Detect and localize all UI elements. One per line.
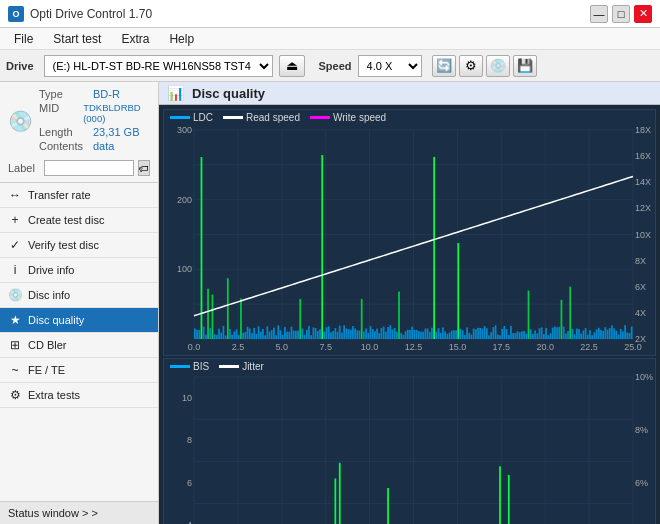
disc-mid-row: MID TDKBLDRBD (000) xyxy=(39,102,151,124)
sidebar-bottom: Status window > > xyxy=(0,501,158,524)
legend-jitter: Jitter xyxy=(219,361,264,372)
label-input[interactable] xyxy=(44,160,134,176)
chart-bis: BIS Jitter xyxy=(163,358,656,524)
title-controls: — □ ✕ xyxy=(590,5,652,23)
minimize-button[interactable]: — xyxy=(590,5,608,23)
menu-file[interactable]: File xyxy=(6,30,41,48)
legend-read: Read speed xyxy=(223,112,300,123)
sidebar-item-verify-test-disc[interactable]: ✓ Verify test disc xyxy=(0,233,158,258)
speed-select[interactable]: 4.0 X xyxy=(358,55,422,77)
sidebar-item-extra-tests[interactable]: ⚙ Extra tests xyxy=(0,383,158,408)
main-content: 💿 Type BD-R MID TDKBLDRBD (000) Length 2… xyxy=(0,82,660,524)
status-window-label: Status window > > xyxy=(8,507,98,519)
verify-disc-label: Verify test disc xyxy=(28,239,99,251)
mid-label: MID xyxy=(39,102,83,124)
chart1-legend: LDC Read speed Write speed xyxy=(170,112,386,123)
menu-extra[interactable]: Extra xyxy=(113,30,157,48)
extra-tests-label: Extra tests xyxy=(28,389,80,401)
app-title: Opti Drive Control 1.70 xyxy=(30,7,152,21)
chart1-canvas xyxy=(164,110,655,355)
sidebar-item-disc-info[interactable]: 💿 Disc info xyxy=(0,283,158,308)
disc-quality-header: 📊 Disc quality xyxy=(159,82,660,105)
legend-bis: BIS xyxy=(170,361,209,372)
title-bar: O Opti Drive Control 1.70 — □ ✕ xyxy=(0,0,660,28)
right-panel: 📊 Disc quality LDC Read speed xyxy=(159,82,660,524)
fe-te-label: FE / TE xyxy=(28,364,65,376)
ldc-label: LDC xyxy=(193,112,213,123)
legend-ldc: LDC xyxy=(170,112,213,123)
sidebar-item-drive-info[interactable]: i Drive info xyxy=(0,258,158,283)
contents-value: data xyxy=(93,140,114,152)
transfer-rate-icon: ↔ xyxy=(8,188,22,202)
disc-info-label: Disc info xyxy=(28,289,70,301)
contents-label: Contents xyxy=(39,140,93,152)
refresh-button[interactable]: 🔄 xyxy=(432,55,456,77)
drive-select[interactable]: (E:) HL-DT-ST BD-RE WH16NS58 TST4 xyxy=(44,55,273,77)
sidebar-nav: ↔ Transfer rate + Create test disc ✓ Ver… xyxy=(0,183,158,501)
sidebar-item-cd-bler[interactable]: ⊞ CD Bler xyxy=(0,333,158,358)
sidebar-item-create-test-disc[interactable]: + Create test disc xyxy=(0,208,158,233)
create-disc-icon: + xyxy=(8,213,22,227)
drive-label: Drive xyxy=(6,60,34,72)
ldc-dot xyxy=(170,116,190,119)
disc-icon: 💿 xyxy=(8,109,33,133)
read-dot xyxy=(223,116,243,119)
legend-write: Write speed xyxy=(310,112,386,123)
drive-bar: Drive (E:) HL-DT-ST BD-RE WH16NS58 TST4 … xyxy=(0,50,660,82)
disc-quality-icon: ★ xyxy=(8,313,22,327)
menu-bar: File Start test Extra Help xyxy=(0,28,660,50)
cd-bler-icon: ⊞ xyxy=(8,338,22,352)
bis-label: BIS xyxy=(193,361,209,372)
create-disc-label: Create test disc xyxy=(28,214,104,226)
app-icon: O xyxy=(8,6,24,22)
label-field-label: Label xyxy=(8,162,40,174)
write-dot xyxy=(310,116,330,119)
write-label: Write speed xyxy=(333,112,386,123)
chart2-canvas xyxy=(164,359,655,524)
menu-help[interactable]: Help xyxy=(161,30,202,48)
disc-type-row: Type BD-R xyxy=(39,88,151,100)
jitter-dot xyxy=(219,365,239,368)
sidebar-item-transfer-rate[interactable]: ↔ Transfer rate xyxy=(0,183,158,208)
transfer-rate-label: Transfer rate xyxy=(28,189,91,201)
drive-info-label: Drive info xyxy=(28,264,74,276)
disc-quality-title: Disc quality xyxy=(192,86,265,101)
sidebar-item-disc-quality[interactable]: ★ Disc quality xyxy=(0,308,158,333)
chart2-legend: BIS Jitter xyxy=(170,361,264,372)
settings-button[interactable]: ⚙ xyxy=(459,55,483,77)
close-button[interactable]: ✕ xyxy=(634,5,652,23)
cd-bler-label: CD Bler xyxy=(28,339,67,351)
disc-quality-label: Disc quality xyxy=(28,314,84,326)
read-label: Read speed xyxy=(246,112,300,123)
disc-length-row: Length 23,31 GB xyxy=(39,126,151,138)
eject-button[interactable]: ⏏ xyxy=(279,55,305,77)
sidebar: 💿 Type BD-R MID TDKBLDRBD (000) Length 2… xyxy=(0,82,159,524)
length-label: Length xyxy=(39,126,93,138)
mid-value: TDKBLDRBD (000) xyxy=(83,102,150,124)
status-window-button[interactable]: Status window > > xyxy=(0,502,158,524)
label-row: Label 🏷 xyxy=(8,160,150,176)
type-value: BD-R xyxy=(93,88,120,100)
disc-info-icon: 💿 xyxy=(8,288,22,302)
disc-info-rows: Type BD-R MID TDKBLDRBD (000) Length 23,… xyxy=(39,88,151,154)
chart-ldc: LDC Read speed Write speed xyxy=(163,109,656,356)
jitter-label: Jitter xyxy=(242,361,264,372)
save-button[interactable]: 💾 xyxy=(513,55,537,77)
charts-area: LDC Read speed Write speed xyxy=(159,105,660,524)
menu-start-test[interactable]: Start test xyxy=(45,30,109,48)
type-label: Type xyxy=(39,88,93,100)
sidebar-item-fe-te[interactable]: ~ FE / TE xyxy=(0,358,158,383)
title-bar-left: O Opti Drive Control 1.70 xyxy=(8,6,152,22)
disc-quality-header-icon: 📊 xyxy=(167,85,184,101)
disc-header: 💿 Type BD-R MID TDKBLDRBD (000) Length 2… xyxy=(8,88,150,154)
maximize-button[interactable]: □ xyxy=(612,5,630,23)
disc-contents-row: Contents data xyxy=(39,140,151,152)
fe-te-icon: ~ xyxy=(8,363,22,377)
label-icon-button[interactable]: 🏷 xyxy=(138,160,150,176)
drive-info-icon: i xyxy=(8,263,22,277)
media-button[interactable]: 💿 xyxy=(486,55,510,77)
verify-disc-icon: ✓ xyxy=(8,238,22,252)
drive-icon-group: 🔄 ⚙ 💿 💾 xyxy=(432,55,537,77)
extra-tests-icon: ⚙ xyxy=(8,388,22,402)
disc-panel: 💿 Type BD-R MID TDKBLDRBD (000) Length 2… xyxy=(0,82,158,183)
